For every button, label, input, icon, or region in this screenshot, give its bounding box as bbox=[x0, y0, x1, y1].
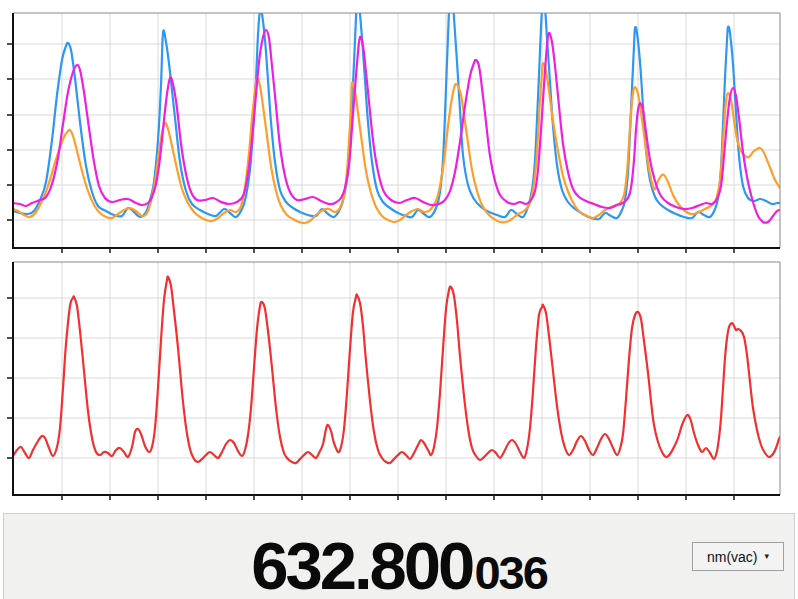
fringe-charts bbox=[0, 0, 798, 599]
wavelength-value-fine: 036 bbox=[474, 549, 546, 596]
fringe-trace-red bbox=[13, 276, 780, 463]
chevron-down-icon: ▾ bbox=[765, 552, 770, 561]
wavelength-readout-panel: 632.800036 nm(vac) ▾ bbox=[3, 513, 795, 599]
bottom-chart bbox=[7, 262, 780, 500]
unit-dropdown[interactable]: nm(vac) ▾ bbox=[692, 542, 784, 571]
wavemeter-window: 632.800036 nm(vac) ▾ bbox=[0, 0, 798, 599]
top-chart bbox=[7, 0, 780, 253]
fringe-trace-blue bbox=[13, 0, 780, 219]
fringe-trace-magenta bbox=[13, 30, 780, 223]
unit-dropdown-label: nm(vac) bbox=[707, 549, 758, 565]
wavelength-display: 632.800036 bbox=[4, 514, 794, 599]
wavelength-value-main: 632.800 bbox=[251, 532, 472, 599]
